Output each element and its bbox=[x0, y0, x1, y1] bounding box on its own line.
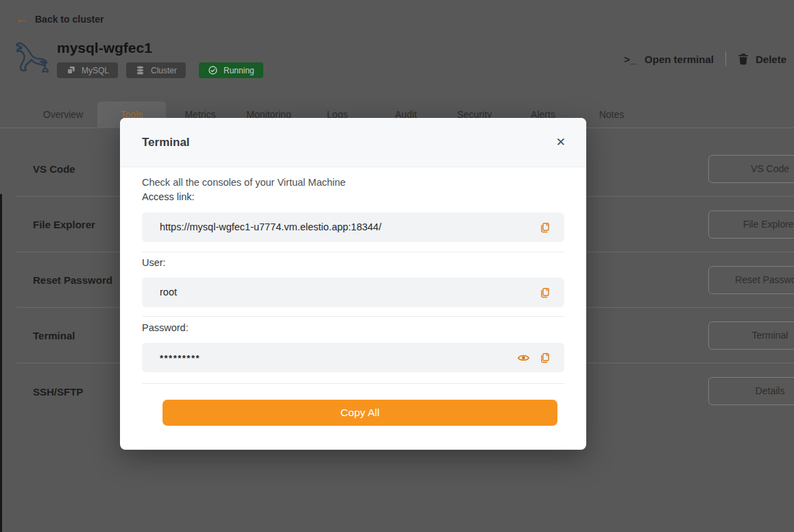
copy-access-link-button[interactable] bbox=[539, 221, 551, 233]
header-actions: >_ Open terminal Delete bbox=[624, 49, 786, 69]
copy-user-button[interactable] bbox=[539, 287, 551, 298]
eye-icon bbox=[517, 351, 530, 364]
tab-notes[interactable]: Notes bbox=[577, 101, 646, 128]
access-link-field[interactable]: https://mysql-wgfec1-u7774.vm.elestio.ap… bbox=[142, 213, 564, 242]
divider bbox=[142, 383, 564, 384]
actions-separator bbox=[725, 51, 726, 66]
terminal-modal: Terminal ✕ Check all the consoles of you… bbox=[120, 118, 586, 450]
user-field[interactable]: root bbox=[142, 278, 564, 307]
divider bbox=[142, 316, 564, 317]
back-to-cluster-link[interactable]: ← Back to cluster bbox=[15, 12, 104, 26]
copy-icon bbox=[539, 352, 551, 363]
open-terminal-button[interactable]: >_ Open terminal bbox=[624, 53, 714, 65]
page-title: mysql-wgfec1 bbox=[57, 40, 152, 56]
reset-password-button[interactable]: Reset Password bbox=[708, 266, 794, 294]
modal-title: Terminal bbox=[142, 136, 190, 149]
password-label: Password: bbox=[142, 322, 189, 333]
back-arrow-icon: ← bbox=[15, 12, 28, 26]
password-field[interactable]: ********* bbox=[142, 343, 564, 372]
close-icon[interactable]: ✕ bbox=[556, 136, 566, 148]
badge-mysql: MySQL bbox=[57, 62, 118, 78]
open-terminal-label: Open terminal bbox=[645, 53, 714, 65]
modal-description: Check all the consoles of your Virtual M… bbox=[142, 177, 346, 188]
trash-icon bbox=[738, 53, 749, 65]
show-password-button[interactable] bbox=[517, 351, 530, 364]
badge-label: Running bbox=[224, 66, 254, 75]
copy-icon bbox=[539, 287, 551, 298]
user-value: root bbox=[160, 278, 177, 307]
password-value: ********* bbox=[160, 343, 200, 374]
delete-button[interactable]: Delete bbox=[738, 53, 786, 65]
terminal-prompt-icon: >_ bbox=[624, 53, 637, 65]
delete-label: Delete bbox=[756, 53, 786, 65]
ssh-details-button[interactable]: Details bbox=[708, 377, 794, 405]
badge-running: Running bbox=[199, 62, 263, 78]
tool-row-label: SSH/SFTP bbox=[33, 385, 83, 397]
copy-all-button[interactable]: Copy All bbox=[163, 400, 557, 426]
tool-row-label: File Explorer bbox=[33, 219, 95, 230]
vscode-button[interactable]: VS Code bbox=[708, 155, 794, 183]
copy-icon bbox=[539, 221, 551, 233]
badge-label: Cluster bbox=[151, 66, 177, 75]
badge-label: MySQL bbox=[82, 66, 109, 75]
status-badges: MySQL Cluster Running bbox=[57, 62, 263, 78]
tool-row-label: Reset Password bbox=[33, 274, 112, 286]
access-link-value: https://mysql-wgfec1-u7774.vm.elestio.ap… bbox=[160, 213, 381, 242]
check-circle-icon bbox=[208, 65, 218, 75]
divider bbox=[142, 252, 564, 252]
modal-header: Terminal ✕ bbox=[120, 118, 586, 167]
badge-cluster: Cluster bbox=[126, 62, 186, 78]
database-icon bbox=[135, 65, 145, 75]
tool-row-label: VS Code bbox=[33, 163, 75, 175]
back-link-label: Back to cluster bbox=[35, 14, 104, 25]
tab-overview[interactable]: Overview bbox=[29, 101, 97, 128]
left-edge-strip bbox=[0, 194, 2, 532]
file-explorer-button[interactable]: File Explorer bbox=[708, 210, 794, 239]
user-label: User: bbox=[142, 257, 166, 268]
tool-row-label: Terminal bbox=[33, 330, 75, 341]
terminal-button[interactable]: Terminal bbox=[708, 322, 794, 350]
access-link-label: Access link: bbox=[142, 191, 195, 202]
copy-password-button[interactable] bbox=[539, 352, 551, 363]
stack-icon bbox=[66, 65, 76, 75]
mysql-dolphin-logo-icon bbox=[12, 37, 52, 80]
